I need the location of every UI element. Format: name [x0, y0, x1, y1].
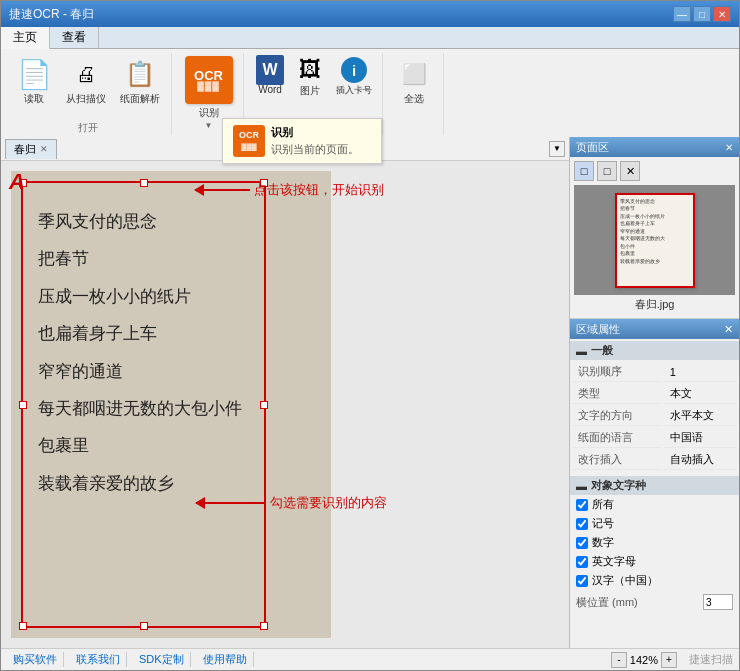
annotation-bottom-text: 勾选需要识别的内容	[270, 494, 387, 512]
save-buttons: W Word 🖼 图片 i 插入卡号	[252, 53, 376, 119]
maximize-button[interactable]: □	[693, 6, 711, 22]
word-icon: W	[256, 56, 284, 84]
identify-label: 识别	[199, 106, 219, 120]
chartypes-collapse-icon: ▬	[576, 480, 587, 492]
zoom-in-button[interactable]: +	[661, 652, 677, 668]
line-2: 压成一枚小小的纸片	[38, 278, 249, 315]
prop-val-language: 中国语	[664, 428, 737, 448]
scan-icon: 🖨	[68, 56, 104, 92]
thumbnail-image: 季风支付的思念把春节压成一枚小小的纸片也扁着身子上车窄窄的通道每天都咽进无数的大…	[615, 193, 695, 288]
open-buttons: 📄 读取 🖨 从扫描仪 📋 纸面解析	[11, 53, 165, 119]
status-sdk[interactable]: SDK定制	[133, 652, 191, 667]
selection-handle-lm[interactable]	[19, 401, 27, 409]
region-props-title: 区域属性	[576, 322, 620, 337]
checkbox-chinese-input[interactable]	[576, 575, 588, 587]
minimize-button[interactable]: —	[673, 6, 691, 22]
prop-row-language: 纸面的语言 中国语	[572, 428, 737, 448]
line-1: 把春节	[38, 240, 249, 277]
analyze-icon: 📋	[122, 56, 158, 92]
window-title: 捷速OCR - 春归	[9, 6, 94, 23]
region-props-panel: 区域属性 ✕ ▬ 一般 识别顺序 1 类型	[570, 319, 739, 648]
region-props-header: 区域属性 ✕	[570, 319, 739, 339]
page-area-header: 页面区 ✕	[570, 137, 739, 157]
page-area-toolbar: □ □ ✕	[574, 161, 735, 181]
checkbox-number-input[interactable]	[576, 537, 588, 549]
read-button[interactable]: 📄 读取	[11, 53, 57, 109]
tooltip-description: 识别当前的页面。	[271, 142, 359, 157]
prop-key-insert: 改行插入	[572, 450, 662, 470]
selectall-buttons: ⬜ 全选	[391, 53, 437, 135]
prop-key-direction: 文字的方向	[572, 406, 662, 426]
doc-content: A 季风支付的思念 把春节 压成一枚小小的纸片 也扁着身子上车 窄窄的通道 每天…	[1, 161, 569, 648]
pa-btn-view[interactable]: □	[597, 161, 617, 181]
selection-handle-bm[interactable]	[140, 622, 148, 630]
scan-button[interactable]: 🖨 从扫描仪	[61, 53, 111, 109]
selection-handle-bl[interactable]	[19, 622, 27, 630]
line-6: 包裹里	[38, 427, 249, 464]
selection-handle-tm[interactable]	[140, 179, 148, 187]
pa-btn-page[interactable]: □	[574, 161, 594, 181]
word-button[interactable]: W Word	[252, 53, 288, 98]
doc-tab-label: 春归	[14, 142, 36, 157]
props-section-chartypes: ▬ 对象文字种 所有 记号 数字	[570, 474, 739, 592]
tab-view[interactable]: 查看	[50, 27, 99, 48]
doc-tab-chunhui[interactable]: 春归 ✕	[5, 139, 57, 159]
checkbox-symbol-label: 记号	[592, 516, 614, 531]
status-contact[interactable]: 联系我们	[70, 652, 127, 667]
analyze-button[interactable]: 📋 纸面解析	[115, 53, 165, 109]
doc-panel-dropdown[interactable]: ▼	[549, 141, 565, 157]
ocr-tooltip: OCR▓▓▓ 识别 识别当前的页面。	[222, 118, 382, 164]
selection-box[interactable]: A 季风支付的思念 把春节 压成一枚小小的纸片 也扁着身子上车 窄窄的通道 每天…	[21, 181, 266, 628]
status-buy[interactable]: 购买软件	[7, 652, 64, 667]
main-area: 春归 ✕ ▼	[1, 137, 739, 648]
checkbox-alpha: 英文字母	[570, 552, 739, 571]
line-4: 窄窄的通道	[38, 353, 249, 390]
prop-row-type: 类型 本文	[572, 384, 737, 404]
page-container: A 季风支付的思念 把春节 压成一枚小小的纸片 也扁着身子上车 窄窄的通道 每天…	[11, 171, 331, 638]
ribbon-group-identify: OCR ▓▓▓ 识别 ▼ 识别 OCR▓▓▓ 识别 识别当前的页面。	[174, 53, 244, 135]
page-area-close-icon[interactable]: ✕	[725, 142, 733, 153]
image-button[interactable]: 🖼 图片	[292, 53, 328, 101]
card-button[interactable]: i 插入卡号	[332, 53, 376, 100]
props-section-general: ▬ 一般 识别顺序 1 类型 本文 文字的方向	[570, 339, 739, 474]
status-bar: 购买软件 联系我们 SDK定制 使用帮助 - 142% + 捷速扫描	[1, 648, 739, 670]
status-help[interactable]: 使用帮助	[197, 652, 254, 667]
thumbnail-filename: 春归.jpg	[574, 295, 735, 314]
position-input[interactable]	[703, 594, 733, 610]
line-3: 也扁着身子上车	[38, 315, 249, 352]
annotation-top-arrowhead	[194, 184, 204, 196]
selection-handle-br[interactable]	[260, 622, 268, 630]
red-a-icon: A	[9, 169, 25, 195]
chartypes-label: 对象文字种	[591, 478, 646, 493]
prop-row-insert: 改行插入 自动插入	[572, 450, 737, 470]
prop-val-order: 1	[664, 362, 737, 382]
region-props-close-icon[interactable]: ✕	[724, 323, 733, 336]
checkbox-all-input[interactable]	[576, 499, 588, 511]
identify-dropdown-arrow: ▼	[205, 121, 213, 130]
annotation-top-container: 点击该按钮，开始识别	[195, 181, 384, 199]
card-icon: i	[340, 56, 368, 84]
prop-row-direction: 文字的方向 水平本文	[572, 406, 737, 426]
annotation-bottom-container: 勾选需要识别的内容	[196, 494, 387, 512]
document-panel: 春归 ✕ ▼	[1, 137, 569, 648]
prop-row-order: 识别顺序 1	[572, 362, 737, 382]
prop-val-direction: 水平本文	[664, 406, 737, 426]
close-button[interactable]: ✕	[713, 6, 731, 22]
checkbox-symbol-input[interactable]	[576, 518, 588, 530]
ribbon-group-selectall: ⬜ 全选	[385, 53, 444, 135]
read-icon: 📄	[16, 56, 52, 92]
scan-label: 从扫描仪	[66, 92, 106, 106]
doc-tab-close[interactable]: ✕	[40, 144, 48, 154]
annotation-top-line	[195, 189, 250, 191]
ribbon-tabs: 主页 查看	[1, 27, 739, 49]
pa-btn-delete[interactable]: ✕	[620, 161, 640, 181]
thumbnail-area: 季风支付的思念把春节压成一枚小小的纸片也扁着身子上车窄窄的通道每天都咽进无数的大…	[574, 185, 735, 295]
checkbox-symbol: 记号	[570, 514, 739, 533]
selectall-icon: ⬜	[396, 56, 432, 92]
selection-handle-rm[interactable]	[260, 401, 268, 409]
checkbox-alpha-input[interactable]	[576, 556, 588, 568]
tooltip-title: 识别	[271, 125, 359, 140]
zoom-out-button[interactable]: -	[611, 652, 627, 668]
selectall-button[interactable]: ⬜ 全选	[391, 53, 437, 109]
tab-home[interactable]: 主页	[1, 27, 50, 49]
